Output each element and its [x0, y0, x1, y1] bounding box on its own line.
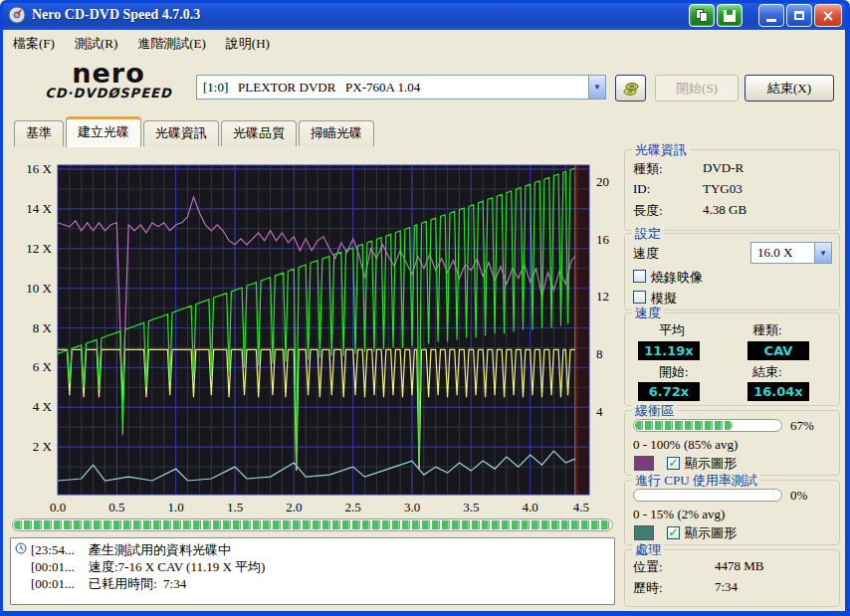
cpu-color-swatch	[634, 525, 654, 540]
save-report-button[interactable]	[717, 4, 743, 27]
tab-bar: 基準 建立光碟 光碟資訊 光碟品質 掃瞄光碟	[14, 120, 376, 146]
end-speed-value: 16.04x	[747, 382, 809, 401]
disc-id-value: TYG03	[703, 181, 743, 197]
menu-test[interactable]: 測試(R)	[65, 33, 127, 55]
svg-text:1.0: 1.0	[168, 500, 184, 514]
exit-button[interactable]: 結束(X)	[744, 75, 834, 102]
svg-text:8: 8	[596, 346, 603, 361]
buffer-bar-fill	[635, 421, 733, 430]
start-speed-value: 6.72x	[638, 382, 700, 401]
copy-report-button[interactable]	[689, 4, 715, 27]
speed-group: 速度 平均 種類: 11.19x CAV 開始: 結束: 6.72x 16.04…	[624, 312, 840, 406]
svg-text:4.0: 4.0	[523, 500, 538, 514]
settings-title: 設定	[632, 225, 664, 243]
svg-text:14 X: 14 X	[26, 201, 52, 216]
buffer-title: 緩衝區	[632, 402, 677, 420]
cpu-percent: 0%	[790, 488, 807, 504]
log-time: [23:54...	[31, 541, 89, 558]
disc-length-value: 4.38 GB	[703, 202, 746, 218]
app-window: Nero CD-DVD Speed 4.7.0.3 × 檔案(F) 測試(R) …	[0, 0, 850, 616]
svg-text:16 X: 16 X	[26, 161, 52, 176]
title-bar[interactable]: Nero CD-DVD Speed 4.7.0.3 ×	[0, 0, 850, 30]
log-text: 已耗用時間: 7:34	[89, 575, 186, 592]
elapsed-label: 歷時:	[633, 579, 663, 597]
svg-text:4.5: 4.5	[573, 500, 589, 514]
cdspeed-logo-text: CD·DVDØSPEED	[34, 86, 183, 101]
overall-progress-fill	[14, 520, 611, 529]
menu-file[interactable]: 檔案(F)	[3, 33, 65, 55]
svg-text:1.5: 1.5	[227, 500, 243, 514]
disc-info-title: 光碟資訊	[632, 141, 690, 159]
speed-type-value: CAV	[747, 341, 809, 360]
eject-button[interactable]	[615, 75, 646, 102]
speed-group-title: 速度	[632, 305, 664, 322]
disc-eject-icon	[622, 81, 640, 97]
buffer-group: 緩衝區 67% 0 - 100% (85% avg) ✓ 顯示圖形	[624, 410, 840, 476]
tab-disc-info[interactable]: 光碟資訊	[143, 120, 219, 146]
avg-speed-label: 平均	[659, 321, 685, 339]
svg-text:4: 4	[596, 404, 603, 419]
log-time: [00:01...	[31, 575, 89, 592]
svg-text:3.5: 3.5	[463, 500, 479, 514]
svg-text:6 X: 6 X	[33, 359, 53, 374]
speed-select[interactable]: 16.0 X ▼	[750, 242, 832, 264]
disc-type-value: DVD-R	[703, 160, 744, 176]
nero-logo: nero CD·DVDØSPEED	[34, 62, 183, 101]
burn-image-label: 燒錄映像	[651, 269, 703, 287]
svg-text:2 X: 2 X	[33, 439, 53, 454]
svg-text:20: 20	[596, 174, 609, 189]
chevron-down-icon[interactable]: ▼	[588, 76, 605, 99]
maximize-icon	[794, 11, 804, 20]
tab-create-disc[interactable]: 建立光碟	[66, 116, 141, 147]
cpu-range: 0 - 15% (2% avg)	[633, 507, 725, 522]
svg-text:8 X: 8 X	[33, 320, 53, 335]
settings-group: 設定 速度 16.0 X ▼ 燒錄映像 模擬	[624, 233, 840, 310]
simulate-checkbox[interactable]	[633, 291, 646, 304]
buffer-show-graph-checkbox[interactable]: ✓	[667, 457, 680, 470]
close-button[interactable]: ×	[814, 4, 842, 27]
cpu-show-graph-label: 顯示圖形	[685, 524, 737, 542]
drive-select-value: [1:0] PLEXTOR DVDR PX-760A 1.04	[197, 80, 588, 96]
app-icon	[8, 6, 26, 24]
maximize-button[interactable]	[786, 4, 812, 27]
speed-chart: 16 X14 X12 X10 X8 X6 X4 X2 X201612840.00…	[10, 149, 619, 517]
tab-scandisc[interactable]: 掃瞄光碟	[299, 120, 374, 146]
tab-disc-quality[interactable]: 光碟品質	[221, 120, 297, 146]
copy-icon	[696, 9, 708, 22]
nero-logo-text: nero	[34, 62, 183, 86]
disc-id-label: ID:	[633, 181, 650, 197]
menu-help[interactable]: 說明(H)	[216, 33, 280, 55]
position-value: 4478 MB	[715, 558, 763, 574]
buffer-bar	[633, 419, 782, 432]
cpu-bar	[633, 489, 782, 502]
minimize-icon	[766, 19, 776, 22]
tab-benchmark[interactable]: 基準	[14, 120, 64, 146]
cpu-title: 進行 CPU 使用率測試	[632, 472, 760, 490]
status-log[interactable]: [23:54... 產生測試用的資料光碟中 [00:01... 速度:7-16 …	[10, 537, 615, 605]
log-text: 產生測試用的資料光碟中	[89, 541, 231, 558]
buffer-percent: 67%	[790, 418, 814, 434]
start-button[interactable]: 開始(S)	[655, 75, 739, 102]
burn-image-checkbox[interactable]	[633, 270, 646, 283]
drive-select[interactable]: [1:0] PLEXTOR DVDR PX-760A 1.04 ▼	[196, 75, 606, 100]
close-icon: ×	[822, 7, 835, 25]
minimize-button[interactable]	[758, 4, 784, 27]
end-speed-label: 結束:	[752, 363, 782, 381]
process-title: 處理	[632, 541, 664, 559]
chevron-down-icon[interactable]: ▼	[814, 243, 831, 263]
menu-bar: 檔案(F) 測試(R) 進階測試(E) 說明(H)	[3, 32, 845, 56]
start-speed-label: 開始:	[659, 363, 689, 381]
process-group: 處理 位置: 4478 MB 歷時: 7:34	[624, 549, 840, 607]
buffer-show-graph-label: 顯示圖形	[685, 455, 737, 473]
cpu-show-graph-checkbox[interactable]: ✓	[667, 526, 680, 539]
svg-text:4 X: 4 X	[33, 399, 53, 414]
log-text: 速度:7-16 X CAV (11.19 X 平均)	[89, 558, 265, 575]
menu-advanced-test[interactable]: 進階測試(E)	[127, 33, 216, 55]
check-icon: ✓	[668, 456, 678, 470]
window-title: Nero CD-DVD Speed 4.7.0.3	[32, 7, 200, 23]
svg-text:16: 16	[596, 232, 610, 247]
speed-type-label: 種類:	[752, 321, 782, 339]
log-line: [00:01... 已耗用時間: 7:34	[15, 575, 610, 592]
svg-text:3.0: 3.0	[404, 500, 420, 514]
svg-text:0.0: 0.0	[50, 500, 66, 514]
